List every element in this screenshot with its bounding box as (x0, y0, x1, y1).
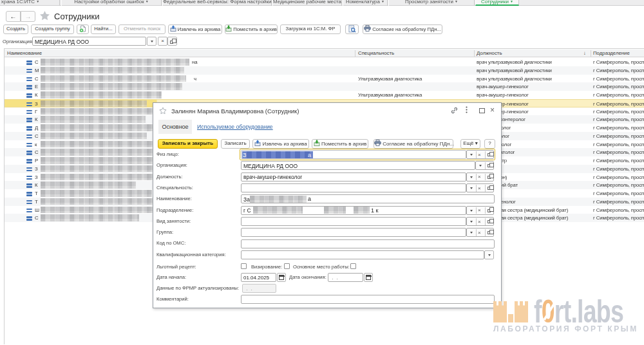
svg-text:f0rt.labs: f0rt.labs (534, 294, 623, 329)
svg-text:ЛАБОРАТОРИЯ ФОРТ КРЫМ: ЛАБОРАТОРИЯ ФОРТ КРЫМ (493, 324, 638, 333)
